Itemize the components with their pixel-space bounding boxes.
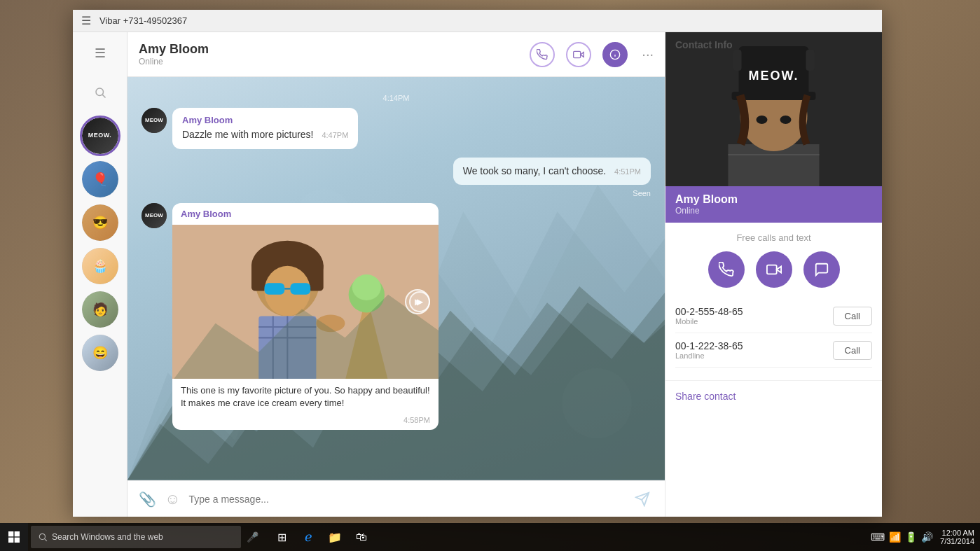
phone-mobile-type: Mobile [675,317,743,326]
phone-landline-info: 00-1-222-38-65 Landline [675,340,743,360]
title-bar: ☰ Vibar +731-49502367 [73,10,882,32]
message-text-1: Dazzle me with more pictures! 4:47PM [182,128,348,142]
message-time-sent-1: 4:51PM [614,167,641,176]
call-buttons-row [675,251,872,288]
contact-panel-status: Online [675,206,872,216]
phone-mobile-info: 00-2-555-48-65 Mobile [675,306,743,326]
image-time: 4:58PM [172,416,439,430]
message-image-bubble: Amy Bloom [172,203,439,429]
svg-point-25 [352,274,381,300]
svg-point-40 [757,116,768,124]
phone-landline-type: Landline [675,351,743,360]
image-overlay-button[interactable]: ▶ [409,291,430,312]
network-icon[interactable]: 📶 [889,531,901,543]
free-calls-label: Free calls and text [675,232,872,243]
app-window: ☰ Vibar +731-49502367 ☰ MEOW. 🎈 [73,10,882,517]
taskbar-task-view[interactable]: ⊞ [269,523,294,551]
emoji-icon[interactable]: ☺ [165,490,180,508]
svg-point-41 [780,116,792,124]
message-input[interactable] [188,494,623,505]
chat-contact-status: Online [139,57,530,67]
chat-contact-name: Amy Bloom [139,42,530,57]
svg-point-0 [96,88,104,96]
sidebar-item-contact-5[interactable]: 🧑 [82,291,118,328]
sidebar-item-contact-3[interactable]: 😎 [82,204,118,241]
more-options-button[interactable]: ··· [642,46,654,62]
battery-icon[interactable]: 🔋 [905,531,917,543]
sidebar-item-amy-bloom[interactable]: MEOW. [82,118,118,154]
svg-text:MEOW.: MEOW. [749,69,799,83]
taskbar-file-explorer[interactable]: 📁 [322,523,347,551]
message-row-received-1: MEOW Amy Bloom Dazzle me with more pictu… [142,108,651,149]
svg-marker-42 [776,266,780,272]
messages-area[interactable]: 4:14PM MEOW Amy Bloom Dazzle me with mor… [127,77,665,480]
sidebar-item-contact-4[interactable]: 🧁 [82,248,118,284]
svg-line-1 [102,95,105,97]
panel-voice-call-button[interactable] [708,251,745,288]
message-bubble-sent-1: We took so many, I can't choose. 4:51PM [453,158,651,186]
info-button[interactable] [602,42,628,67]
contact-panel-name: Amy Bloom [675,193,872,206]
message-seen-indicator: Seen [142,189,651,197]
panel-message-button[interactable] [803,251,840,288]
message-text-sent-1: We took so many, I can't choose. 4:51PM [463,165,641,179]
title-bar-text: Vibar +731-49502367 [99,15,187,26]
share-contact-button[interactable]: Share contact [665,380,882,412]
taskbar-clock[interactable]: 12:00 AM 7/31/2014 [940,529,974,545]
chat-contact-info: Amy Bloom Online [139,42,530,67]
contact-info-title: Contact Info [675,39,733,50]
attachment-icon[interactable]: 📎 [139,491,156,508]
svg-rect-47 [15,538,20,543]
call-mobile-button[interactable]: Call [833,307,872,326]
contact-info-section: Free calls and text [665,223,882,377]
sidebar-search-icon[interactable] [86,78,114,106]
svg-rect-16 [290,283,310,294]
phone-mobile-number: 00-2-555-48-65 [675,306,743,317]
image-message-sender: Amy Bloom [172,203,439,225]
panel-video-call-button[interactable] [756,251,792,288]
message-sender-name: Amy Bloom [182,115,348,125]
taskbar-edge-icon[interactable]: ℯ [296,523,321,551]
svg-rect-37 [733,50,742,71]
send-button[interactable] [631,488,654,510]
video-call-button[interactable] [566,42,591,67]
taskbar: Search Windows and the web 🎤 ⊞ ℯ 📁 🛍 ⌨ 📶… [0,523,980,551]
svg-rect-45 [15,531,20,536]
taskbar-search-box[interactable]: Search Windows and the web [31,526,241,548]
taskbar-search-text: Search Windows and the web [52,532,163,542]
message-avatar-amy-2: MEOW [142,203,167,228]
sidebar-item-contact-6[interactable]: 😄 [82,335,118,371]
taskbar-time-text: 12:00 AM [942,529,974,537]
timestamp-4-14: 4:14PM [142,94,651,102]
taskbar-system-icons: ⌨ 📶 🔋 🔊 [871,531,933,543]
contact-name-bar: Amy Bloom Online [665,186,882,223]
message-row-sent-1: We took so many, I can't choose. 4:51PM [142,158,651,186]
contact-info-panel: Contact Info [665,32,882,517]
phone-landline-number: 00-1-222-38-65 [675,340,743,351]
sidebar-item-contact-2[interactable]: 🎈 [82,161,118,197]
title-bar-menu-icon[interactable]: ☰ [81,14,91,27]
taskbar-right: ⌨ 📶 🔋 🔊 12:00 AM 7/31/2014 [871,529,980,545]
volume-icon[interactable]: 🔊 [921,531,933,543]
phone-entry-mobile: 00-2-555-48-65 Mobile Call [675,299,872,333]
call-landline-button[interactable]: Call [833,341,872,360]
svg-rect-44 [8,531,13,536]
message-bubble-received-1: Amy Bloom Dazzle me with more pictures! … [172,108,358,149]
sidebar-menu-icon[interactable]: ☰ [86,39,114,67]
taskbar-mic-icon[interactable]: 🎤 [241,526,263,548]
svg-rect-43 [766,265,776,274]
taskbar-app-icons: ⊞ ℯ 📁 🛍 [269,523,374,551]
chat-area: Amy Bloom Online [127,32,665,517]
contact-photo: Contact Info [665,32,882,186]
svg-rect-15 [264,283,284,294]
chat-header: Amy Bloom Online [127,32,665,77]
message-image[interactable]: ▶ [172,225,439,379]
keyboard-icon[interactable]: ⌨ [871,531,885,543]
svg-rect-46 [8,538,13,543]
svg-rect-3 [574,51,581,57]
voice-call-button[interactable] [530,42,555,67]
taskbar-store-icon[interactable]: 🛍 [349,523,374,551]
phone-entry-landline: 00-1-222-38-65 Landline Call [675,333,872,368]
svg-point-48 [39,533,45,539]
start-button[interactable] [0,523,28,551]
